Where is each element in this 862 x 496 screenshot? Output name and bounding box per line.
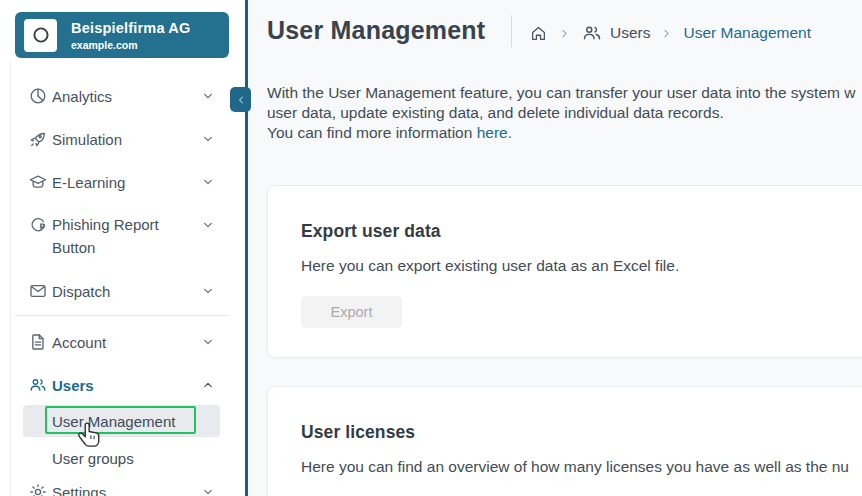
card-body: Here you can find an overview of how man… xyxy=(301,458,862,476)
sidebar-item-label: Dispatch xyxy=(52,280,110,303)
sidebar-item-settings[interactable]: Settings xyxy=(15,480,229,496)
export-user-data-card: Export user data Here you can export exi… xyxy=(267,185,862,358)
chevron-down-icon xyxy=(200,131,216,147)
intro-line-3-text: You can find more information xyxy=(267,124,477,141)
intro-line-3: You can find more information here. xyxy=(267,123,855,143)
subitem-label: User Management xyxy=(52,413,175,430)
sidebar-item-label: Users xyxy=(52,374,94,397)
users-icon xyxy=(581,22,603,44)
sidebar-item-label: Settings xyxy=(52,481,106,496)
sidebar-item-label: E-Learning xyxy=(52,171,125,194)
chevron-down-icon xyxy=(200,88,216,104)
sidebar-collapse-button[interactable] xyxy=(230,87,251,112)
logo-circle-icon xyxy=(30,24,52,46)
intro-line-1: With the User Management feature, you ca… xyxy=(267,83,855,103)
chevron-down-icon xyxy=(200,217,216,233)
sidebar-divider xyxy=(15,315,229,316)
page-title: User Management xyxy=(267,16,485,45)
chevron-down-icon xyxy=(200,283,216,299)
home-icon[interactable] xyxy=(529,24,548,43)
breadcrumb-users[interactable]: Users xyxy=(610,24,650,42)
graduation-cap-icon xyxy=(28,172,48,192)
title-divider xyxy=(511,15,512,47)
app-window: Beispielfirma AG example.com Analytics xyxy=(0,0,862,496)
main-content: User Management Users xyxy=(248,0,862,496)
rocket-icon xyxy=(28,129,48,149)
sidebar-item-analytics[interactable]: Analytics xyxy=(15,84,229,108)
intro-paragraph: With the User Management feature, you ca… xyxy=(267,83,855,143)
chevron-down-icon xyxy=(200,174,216,190)
phishing-report-icon xyxy=(28,215,48,235)
sidebar-scrollbar[interactable] xyxy=(10,62,11,496)
sidebar-item-label: Simulation xyxy=(52,128,122,151)
company-domain: example.com xyxy=(71,39,191,51)
chevron-up-icon xyxy=(200,377,216,393)
sidebar-item-simulation[interactable]: Simulation xyxy=(15,127,229,151)
subitem-label: User groups xyxy=(52,450,134,467)
chevron-down-icon xyxy=(200,484,216,496)
pie-chart-icon xyxy=(28,86,48,106)
sidebar-border-line xyxy=(245,0,248,496)
envelope-icon xyxy=(28,281,48,301)
card-title: Export user data xyxy=(301,221,862,242)
sidebar-item-dispatch[interactable]: Dispatch xyxy=(15,279,229,303)
gear-icon xyxy=(28,482,48,496)
sidebar-subitem-user-management[interactable]: User Management xyxy=(23,405,220,437)
card-title: User licenses xyxy=(301,422,862,443)
sidebar-item-e-learning[interactable]: E-Learning xyxy=(15,170,229,194)
sidebar: Beispielfirma AG example.com Analytics xyxy=(0,0,245,496)
sidebar-subitem-user-groups[interactable]: User groups xyxy=(23,442,220,474)
sidebar-item-users[interactable]: Users xyxy=(15,373,229,397)
chevron-right-icon xyxy=(659,26,674,41)
sidebar-item-label: Phishing Report Button xyxy=(52,213,174,259)
company-logo xyxy=(24,19,57,52)
breadcrumb-current: User Management xyxy=(683,24,811,42)
brand-card[interactable]: Beispielfirma AG example.com xyxy=(15,12,229,58)
company-name: Beispielfirma AG xyxy=(71,20,191,36)
more-information-link[interactable]: here. xyxy=(477,124,512,141)
export-button[interactable]: Export xyxy=(301,296,402,328)
chevron-right-icon xyxy=(557,26,572,41)
breadcrumb: Users User Management xyxy=(529,22,811,44)
user-licenses-card: User licenses Here you can find an overv… xyxy=(267,386,862,496)
sidebar-item-label: Analytics xyxy=(52,85,112,108)
users-icon xyxy=(28,375,48,395)
sidebar-item-account[interactable]: Account xyxy=(15,330,229,354)
chevron-down-icon xyxy=(200,334,216,350)
sidebar-item-phishing-report-button[interactable]: Phishing Report Button xyxy=(15,213,229,259)
card-body: Here you can export existing user data a… xyxy=(301,257,862,275)
document-icon xyxy=(28,332,48,352)
sidebar-item-label: Account xyxy=(52,331,106,354)
brand-text: Beispielfirma AG example.com xyxy=(71,20,191,51)
chevron-left-icon xyxy=(234,93,248,107)
intro-line-2: user data, update existing data, and del… xyxy=(267,103,855,123)
